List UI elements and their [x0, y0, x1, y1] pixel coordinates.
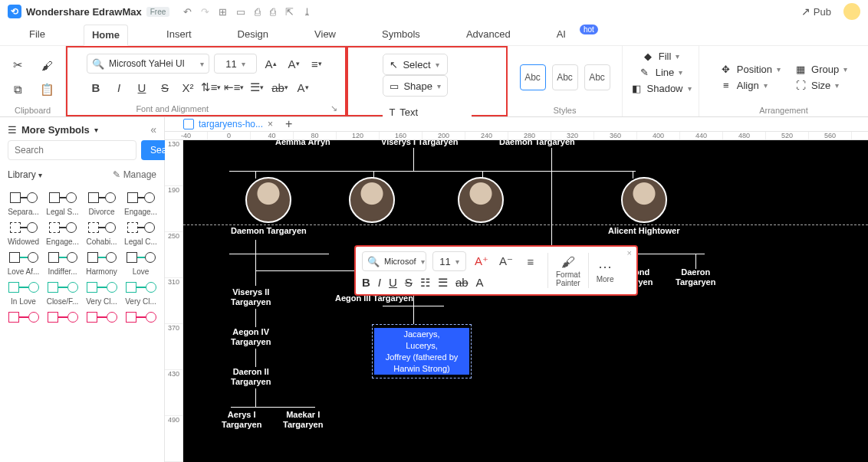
font-dialog-launcher-icon[interactable]: ↘: [330, 103, 337, 113]
mini-format-painter-button[interactable]: 🖌 Format Painter: [556, 254, 580, 287]
chevron-down-icon[interactable]: ▾: [94, 126, 98, 134]
tree-portrait[interactable]: [349, 177, 395, 226]
new-tab-button[interactable]: +: [285, 117, 292, 131]
symbol-item[interactable]: [5, 307, 42, 327]
mini-bullet-list-icon[interactable]: ☰: [438, 276, 448, 290]
style-preset-2[interactable]: Abc: [552, 64, 578, 90]
style-preset-3[interactable]: Abc: [584, 64, 610, 90]
line-button[interactable]: ✎Line▾: [639, 67, 683, 78]
symbol-item[interactable]: [122, 307, 159, 327]
selected-textbox[interactable]: Jacaerys, Lucerys, Joffrey (fathered by …: [372, 324, 472, 378]
mini-grow-font-icon[interactable]: A⁺: [472, 252, 491, 270]
symbol-item[interactable]: Legal S...: [44, 188, 81, 216]
save-icon[interactable]: ⎙: [255, 6, 261, 18]
paste-icon[interactable]: 📋: [38, 80, 57, 99]
undo-icon[interactable]: ↶: [183, 6, 192, 18]
mini-bold-icon[interactable]: B: [362, 276, 370, 290]
position-button[interactable]: ✥Position▾: [720, 64, 781, 75]
tree-node[interactable]: Daeron Targaryen: [676, 267, 715, 287]
symbol-item[interactable]: Widowed: [5, 218, 42, 246]
symbol-item[interactable]: Very Cl...: [83, 277, 120, 306]
tree-node[interactable]: Viserys II Targaryen: [231, 287, 271, 307]
library-dropdown[interactable]: Library ▾: [8, 169, 42, 180]
canvas[interactable]: Aemma Arryn Viserys I Targaryen Daemon T…: [183, 140, 868, 462]
symbol-item[interactable]: Engage...: [122, 188, 159, 216]
shrink-font-icon[interactable]: A▾: [284, 54, 303, 73]
redo-icon[interactable]: ↷: [201, 6, 209, 18]
underline-icon[interactable]: U: [133, 78, 151, 97]
print-icon[interactable]: ⎙: [270, 6, 276, 18]
menu-view[interactable]: View: [307, 25, 344, 44]
symbol-search-input[interactable]: [8, 140, 136, 160]
menu-advanced[interactable]: Advanced: [459, 25, 518, 44]
symbol-item[interactable]: Legal C...: [122, 218, 159, 246]
symbol-item[interactable]: Divorce: [83, 188, 120, 216]
tree-node[interactable]: Viserys I Targaryen: [381, 140, 459, 147]
symbol-item[interactable]: Love Af...: [5, 247, 42, 276]
menu-home[interactable]: Home: [84, 25, 128, 46]
new-icon[interactable]: ⊞: [219, 6, 227, 18]
publish-button[interactable]: ↗Pub: [801, 5, 831, 18]
symbol-item[interactable]: Close/F...: [44, 277, 81, 306]
shadow-button[interactable]: ◧Shadow▾: [630, 83, 692, 94]
menu-insert[interactable]: Insert: [159, 25, 199, 44]
mini-underline-icon[interactable]: U: [389, 276, 397, 290]
close-mini-toolbar-icon[interactable]: ×: [627, 248, 632, 257]
menu-symbols[interactable]: Symbols: [374, 25, 428, 44]
cut-icon[interactable]: ✂: [9, 56, 28, 74]
tree-node[interactable]: Maekar I Targaryen: [283, 410, 323, 430]
italic-icon[interactable]: I: [110, 78, 128, 97]
tree-portrait[interactable]: [458, 177, 504, 226]
manage-button[interactable]: ✎Manage: [113, 169, 156, 180]
document-tab[interactable]: targaryens-ho... ×: [183, 119, 273, 129]
align-button[interactable]: ≡Align▾: [720, 80, 781, 91]
mini-more-button[interactable]: ⋯ More: [597, 258, 614, 283]
mini-italic-icon[interactable]: I: [378, 276, 381, 290]
copy-icon[interactable]: ⧉: [9, 80, 28, 99]
font-color-icon[interactable]: A▾: [294, 78, 312, 97]
symbol-item[interactable]: In Love: [5, 277, 42, 306]
size-button[interactable]: ⛶Size▾: [794, 80, 847, 91]
symbol-item[interactable]: Separa...: [5, 188, 42, 216]
mini-font-family-dropdown[interactable]: 🔍Microsof▾: [362, 251, 426, 271]
group-button[interactable]: ▦Group▾: [794, 64, 847, 75]
send-icon[interactable]: ⤓: [303, 6, 311, 18]
symbol-item[interactable]: Cohabi...: [83, 218, 120, 246]
strike-icon[interactable]: S: [156, 78, 174, 97]
tree-node[interactable]: Daemon Targaryen: [499, 140, 575, 147]
format-painter-icon[interactable]: 🖌: [38, 56, 57, 74]
tree-portrait[interactable]: Alicent Hightower: [608, 177, 680, 236]
mini-toolbar[interactable]: × 🔍Microsof▾ 11▾ A⁺ A⁻ ≡ B I U S ☷ ☰ ab …: [354, 245, 638, 296]
style-preset-1[interactable]: Abc: [520, 64, 546, 90]
mini-font-size-dropdown[interactable]: 11▾: [432, 251, 466, 271]
avatar[interactable]: [843, 3, 860, 20]
select-tool-button[interactable]: ↖Select▾: [383, 54, 448, 75]
tree-portrait[interactable]: Daemon Targaryen: [231, 177, 307, 236]
collapse-panel-icon[interactable]: «: [150, 123, 156, 136]
grow-font-icon[interactable]: A▴: [261, 54, 280, 73]
line-spacing-icon[interactable]: ⇅≡▾: [202, 78, 220, 97]
symbol-item[interactable]: Indiffer...: [44, 247, 81, 276]
symbol-item[interactable]: [44, 307, 81, 327]
tree-node[interactable]: Aerys I Targaryen: [222, 410, 261, 430]
symbol-item[interactable]: [83, 307, 120, 327]
font-family-dropdown[interactable]: 🔍 Microsoft YaHei UI ▾: [87, 54, 209, 74]
superscript-icon[interactable]: X²: [179, 78, 197, 97]
highlight-icon[interactable]: ab▾: [271, 78, 289, 97]
tree-node[interactable]: Daeron II Targaryen: [231, 367, 271, 387]
symbol-item[interactable]: Love: [122, 247, 159, 276]
bullets-icon[interactable]: ☰▾: [248, 78, 266, 97]
mini-font-color-icon[interactable]: A: [476, 276, 484, 290]
close-tab-icon[interactable]: ×: [268, 119, 273, 129]
mini-align-icon[interactable]: ≡: [521, 252, 540, 270]
mini-shrink-font-icon[interactable]: A⁻: [497, 252, 515, 270]
fill-button[interactable]: ◆Fill▾: [642, 51, 680, 62]
open-icon[interactable]: ▭: [236, 6, 245, 18]
menu-file[interactable]: File: [21, 25, 53, 44]
mini-highlight-icon[interactable]: ab: [455, 276, 469, 290]
bold-icon[interactable]: B: [87, 78, 105, 97]
symbol-item[interactable]: Harmony: [83, 247, 120, 276]
symbol-item[interactable]: Engage...: [44, 218, 81, 246]
mini-strike-icon[interactable]: S: [405, 276, 413, 290]
mini-numbered-list-icon[interactable]: ☷: [420, 276, 430, 290]
